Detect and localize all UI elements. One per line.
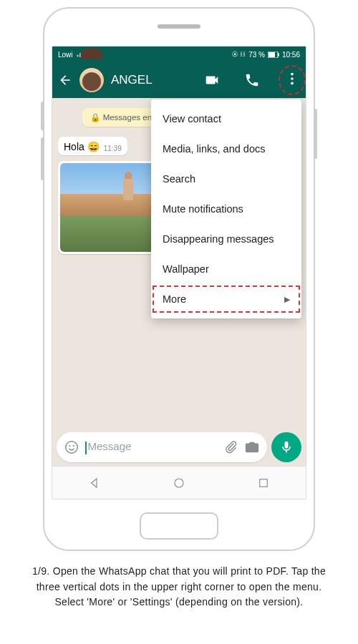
menu-view-contact[interactable]: View contact bbox=[151, 104, 301, 134]
more-options-button[interactable] bbox=[284, 71, 300, 89]
battery-icon bbox=[268, 52, 279, 58]
phone-frame: Lowi ₊ıl ⁄ ᯤ ⦿ ፤፤ 73 % 10:56 ANGEL bbox=[43, 7, 315, 551]
power-button bbox=[314, 109, 317, 159]
svg-rect-10 bbox=[260, 479, 268, 487]
message-input-box[interactable]: Message bbox=[57, 432, 267, 462]
mic-icon bbox=[279, 440, 294, 454]
svg-point-7 bbox=[69, 445, 70, 447]
instruction-caption: 1/9. Open the WhatsApp chat that you wil… bbox=[14, 564, 344, 610]
android-nav-bar bbox=[52, 466, 306, 499]
message-input-area: Message bbox=[52, 430, 306, 464]
attach-icon[interactable] bbox=[223, 439, 238, 455]
nav-back-icon[interactable] bbox=[88, 477, 101, 489]
emoji-icon[interactable] bbox=[64, 439, 79, 455]
battery-text: 73 % bbox=[248, 51, 265, 59]
avatar[interactable] bbox=[79, 68, 104, 92]
camera-icon[interactable] bbox=[244, 439, 260, 455]
svg-rect-1 bbox=[268, 52, 275, 57]
menu-mute-notifications[interactable]: Mute notifications bbox=[151, 194, 301, 224]
step-text: Open the WhatsApp chat that you will pri… bbox=[37, 565, 326, 608]
video-call-icon[interactable] bbox=[204, 72, 220, 88]
nav-home-icon[interactable] bbox=[173, 477, 185, 489]
menu-media-links-docs[interactable]: Media, links, and docs bbox=[151, 134, 301, 164]
phone-home-button bbox=[140, 512, 218, 540]
svg-point-6 bbox=[66, 441, 78, 454]
mic-button[interactable] bbox=[271, 432, 301, 462]
options-menu: View contact Media, links, and docs Sear… bbox=[151, 99, 301, 318]
message-input[interactable]: Message bbox=[85, 440, 217, 454]
svg-point-8 bbox=[73, 445, 74, 447]
menu-disappearing-messages[interactable]: Disappearing messages bbox=[151, 224, 301, 254]
volume-down-button bbox=[41, 137, 44, 180]
chevron-right-icon: ▶ bbox=[284, 295, 290, 304]
menu-search[interactable]: Search bbox=[151, 164, 301, 194]
nav-recent-icon[interactable] bbox=[257, 477, 270, 489]
step-number: 1/9. bbox=[32, 565, 50, 577]
svg-point-9 bbox=[175, 479, 183, 487]
message-time: 11:39 bbox=[104, 145, 122, 152]
highlight-circle bbox=[279, 65, 306, 95]
status-indicators: ⦿ ፤፤ bbox=[232, 50, 246, 59]
message-bubble[interactable]: Hola 😄 11:39 bbox=[58, 137, 127, 155]
chat-header: ANGEL bbox=[52, 62, 306, 98]
menu-more[interactable]: More ▶ bbox=[151, 284, 301, 314]
contact-name[interactable]: ANGEL bbox=[111, 73, 197, 87]
clock: 10:56 bbox=[282, 51, 300, 59]
carrier-label: Lowi bbox=[58, 51, 73, 59]
menu-wallpaper[interactable]: Wallpaper bbox=[151, 254, 301, 284]
back-icon[interactable] bbox=[58, 73, 72, 87]
phone-screen: Lowi ₊ıl ⁄ ᯤ ⦿ ፤፤ 73 % 10:56 ANGEL bbox=[52, 46, 306, 499]
voice-call-icon[interactable] bbox=[244, 72, 260, 88]
message-text: Hola 😄 bbox=[64, 141, 100, 152]
volume-up-button bbox=[41, 102, 44, 130]
svg-rect-2 bbox=[278, 53, 279, 56]
phone-speaker bbox=[158, 24, 200, 29]
